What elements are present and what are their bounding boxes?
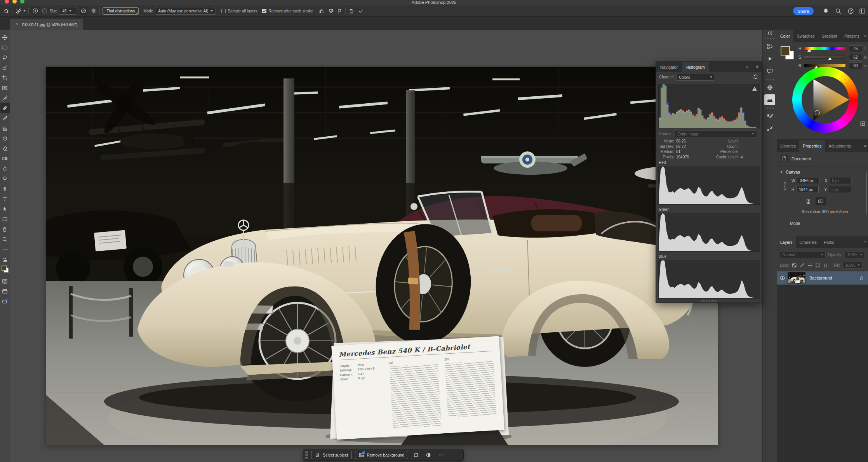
actions-play-panel-icon[interactable] [764, 53, 775, 64]
find-distractions-button[interactable]: Find distractions [103, 7, 139, 15]
tool-screen-mode[interactable] [0, 286, 10, 296]
source-dropdown[interactable]: Entire Image [675, 130, 757, 137]
tool-eyedropper[interactable] [0, 93, 10, 103]
tool-lasso[interactable] [0, 52, 10, 63]
home-icon[interactable] [3, 8, 9, 14]
healing-brush-tool-icon[interactable] [15, 8, 22, 14]
tool-marquee[interactable] [0, 42, 10, 52]
tool-edit-toolbar[interactable] [0, 244, 10, 254]
tool-hand[interactable] [0, 224, 10, 234]
histogram-panel-icon[interactable] [764, 94, 775, 105]
commit-check-icon[interactable] [358, 8, 364, 14]
tool-shape[interactable] [0, 214, 10, 224]
lock-transparency-icon[interactable] [792, 263, 797, 268]
panel-resize-grip[interactable] [701, 300, 717, 302]
tool-swap-colors[interactable] [0, 254, 10, 264]
canvas-pasteboard[interactable]: Mercedes Benz 540 K / B-Cabriolet Baujah… [10, 30, 762, 462]
remove-background-button[interactable]: Remove background [355, 451, 408, 459]
blend-mode-dropdown[interactable]: Normal [780, 251, 826, 258]
lock-pixels-icon[interactable] [800, 263, 805, 268]
tool-frame[interactable] [0, 83, 10, 93]
tool-pen[interactable] [0, 184, 10, 194]
tab-gradient[interactable]: Gradient [818, 30, 841, 42]
lock-all-icon[interactable] [823, 263, 828, 268]
hue-slider-marker[interactable] [807, 49, 811, 52]
foreground-color-swatch[interactable] [781, 46, 790, 56]
link-dimensions-icon[interactable] [782, 181, 788, 191]
brush-settings-gear-icon[interactable] [90, 8, 97, 14]
tab-channels[interactable]: Channels [796, 236, 820, 248]
canvas-width-field[interactable]: 3456 px [797, 177, 819, 184]
refresh-histogram-icon[interactable] [753, 74, 758, 80]
tab-adjustments[interactable]: Adjustments [825, 140, 854, 152]
cached-data-warning-icon[interactable] [752, 86, 757, 93]
stroke-capture-icon[interactable] [80, 7, 87, 15]
lock-artboard-icon[interactable] [815, 263, 820, 268]
adjustments-contrast-icon[interactable] [424, 451, 433, 459]
brushes-panel-icon[interactable] [764, 123, 775, 134]
color-wheel[interactable] [792, 67, 858, 133]
foreground-color-swatch[interactable] [2, 266, 7, 271]
document-tab[interactable]: ✕ l1000141.jpg @ 50% (RGB/8*) [10, 19, 83, 30]
tab-properties[interactable]: Properties [799, 140, 825, 152]
expand-wheel-icon[interactable] [860, 121, 865, 126]
history-panel-icon[interactable] [764, 41, 775, 52]
tab-paths[interactable]: Paths [820, 236, 838, 248]
tool-path-selection[interactable] [0, 204, 10, 214]
tool-move[interactable] [0, 32, 10, 42]
transform-icon[interactable] [411, 451, 421, 459]
tool-crop[interactable] [0, 73, 10, 83]
help-icon[interactable] [847, 8, 854, 14]
subtract-from-selection-icon[interactable] [42, 8, 48, 14]
tool-blur[interactable] [0, 163, 10, 174]
strip-group-grip[interactable] [765, 108, 774, 109]
canvas-image[interactable]: Mercedes Benz 540 K / B-Cabriolet Baujah… [46, 67, 718, 445]
tool-type[interactable] [0, 194, 10, 204]
notifications-bell-icon[interactable] [823, 8, 829, 14]
tool-dodge[interactable] [0, 174, 10, 184]
thumbs-down-icon[interactable] [328, 8, 334, 14]
panel-menu-icon[interactable]: ≡ [864, 240, 866, 244]
tab-patterns[interactable]: Patterns [841, 30, 860, 42]
tool-brush[interactable] [0, 113, 10, 123]
tab-libraries[interactable]: Libraries [777, 140, 799, 152]
tab-navigator[interactable]: Navigator [656, 62, 682, 72]
flag-icon[interactable] [337, 8, 343, 14]
share-button[interactable]: Share [793, 7, 814, 15]
mode-dropdown[interactable]: Auto (May use generative AI) [155, 7, 216, 15]
brush-settings-panel-icon[interactable] [764, 111, 775, 122]
fill-dropdown[interactable]: 100% [842, 262, 863, 269]
strip-group-grip[interactable] [765, 38, 774, 39]
color-triangle[interactable] [802, 76, 849, 123]
panel-menu-icon[interactable]: ≡ [864, 144, 866, 148]
layer-lock-icon[interactable] [859, 276, 864, 281]
panel-menu-icon[interactable]: ≡ [864, 34, 866, 38]
brightness-value-field[interactable]: 30 [849, 63, 862, 69]
layer-thumbnail[interactable] [788, 272, 805, 284]
size-dropdown[interactable]: 45 [59, 7, 76, 15]
layer-visibility-eye-icon[interactable] [777, 275, 788, 281]
opacity-dropdown[interactable]: 100% [845, 251, 865, 258]
hue-value-field[interactable]: 45 [849, 45, 862, 52]
workspace-icon[interactable] [859, 8, 866, 14]
thumbs-up-icon[interactable] [319, 8, 325, 14]
canvas-x-field[interactable]: 0 px [829, 177, 852, 184]
strip-group-grip[interactable] [765, 79, 774, 80]
tool-zoom[interactable] [0, 234, 10, 244]
add-to-selection-icon[interactable] [31, 7, 39, 15]
tab-histogram[interactable]: Histogram [682, 62, 709, 72]
layer-row-background[interactable]: Background [777, 271, 868, 285]
tool-gradient[interactable] [0, 153, 10, 163]
collapse-panels-icon[interactable]: ❮❮ [763, 30, 777, 36]
undo-icon[interactable] [348, 8, 354, 14]
color-wheel-panel-icon[interactable] [764, 82, 775, 93]
more-options-icon[interactable] [436, 451, 445, 459]
comments-panel-icon[interactable] [764, 66, 775, 76]
triangle-marker[interactable] [815, 110, 820, 115]
tool-color-swatches[interactable] [0, 264, 10, 276]
landscape-orientation-icon[interactable] [816, 197, 826, 205]
channel-dropdown[interactable]: Colors [676, 74, 715, 81]
saturation-slider-marker[interactable] [828, 57, 832, 60]
panel-menu-icon[interactable]: ≡ [756, 64, 758, 69]
tab-swatches[interactable]: Swatches [793, 30, 818, 42]
